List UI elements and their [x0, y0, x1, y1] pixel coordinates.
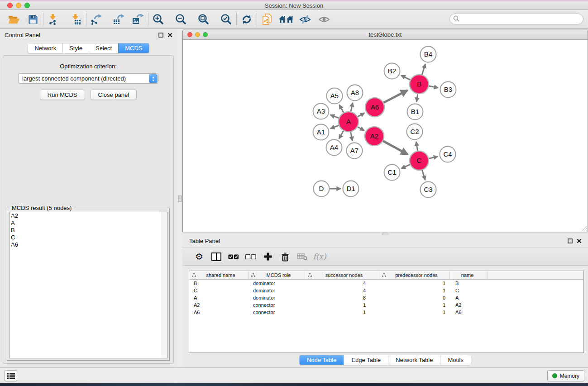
- vertical-splitter-handle[interactable]: [178, 195, 182, 202]
- tab-network[interactable]: Network: [28, 43, 62, 53]
- result-list-item[interactable]: A: [10, 219, 167, 227]
- edge-A-A1[interactable]: [330, 125, 339, 129]
- tab-select[interactable]: Select: [89, 43, 118, 53]
- criterion-dropdown[interactable]: largest connected component (directed) ▲…: [18, 73, 158, 84]
- run-mcds-button[interactable]: Run MCDS: [40, 90, 85, 100]
- edge-B-B4[interactable]: [422, 64, 425, 75]
- node-A5[interactable]: A5: [327, 88, 343, 104]
- edge-C-C3[interactable]: [422, 170, 425, 180]
- float-table-panel-icon[interactable]: [568, 238, 573, 243]
- select-all-columns-icon[interactable]: [227, 250, 240, 263]
- node-A[interactable]: A: [339, 112, 359, 132]
- tab-mcds[interactable]: MCDS: [118, 43, 148, 53]
- edge-A-A4[interactable]: [339, 131, 344, 138]
- unselect-all-columns-icon[interactable]: [244, 250, 258, 263]
- import-table-icon[interactable]: [68, 12, 84, 27]
- result-list-item[interactable]: A2: [10, 212, 167, 219]
- node-C2[interactable]: C2: [407, 124, 423, 140]
- close-panel-button[interactable]: Close panel: [91, 90, 137, 100]
- result-list-item[interactable]: B: [10, 227, 167, 234]
- column-header-name[interactable]: name: [450, 271, 488, 279]
- edge-A-A5[interactable]: [339, 105, 344, 113]
- edge-C-C2[interactable]: [416, 142, 417, 151]
- table-row[interactable]: A2connector11A2: [189, 301, 583, 309]
- tab-motifs[interactable]: Motifs: [440, 355, 471, 365]
- result-list-scrollbar[interactable]: [162, 212, 167, 358]
- node-A7[interactable]: A7: [347, 143, 363, 159]
- table-settings-gear-icon[interactable]: ⚙: [192, 250, 206, 263]
- open-file-icon[interactable]: [6, 12, 22, 27]
- node-C[interactable]: C: [410, 151, 429, 170]
- zoom-in-icon[interactable]: [151, 12, 166, 27]
- close-table-panel-icon[interactable]: [577, 238, 582, 243]
- node-B1[interactable]: B1: [407, 104, 423, 120]
- window-resize-grip[interactable]: [581, 225, 587, 231]
- node-B4[interactable]: B4: [421, 47, 436, 62]
- column-header-MCDS-role[interactable]: MCDS role: [249, 271, 305, 279]
- node-A4[interactable]: A4: [326, 140, 342, 156]
- edge-A6-B[interactable]: [384, 90, 408, 102]
- result-list-item[interactable]: C: [10, 234, 167, 241]
- refresh-icon[interactable]: [239, 12, 254, 27]
- eye-slash-icon[interactable]: [297, 12, 313, 27]
- table-row[interactable]: Cdominator41C: [189, 287, 583, 294]
- zoom-selected-icon[interactable]: [219, 12, 234, 27]
- column-header-shared-name[interactable]: shared name: [189, 271, 249, 279]
- search-input[interactable]: [449, 14, 583, 24]
- node-B2[interactable]: B2: [384, 63, 400, 79]
- node-A8[interactable]: A8: [347, 85, 363, 101]
- node-B[interactable]: B: [410, 75, 429, 94]
- import-network-icon[interactable]: [46, 12, 61, 27]
- table-row[interactable]: A6connector11A6: [189, 309, 583, 316]
- node-A3[interactable]: A3: [313, 104, 329, 119]
- table-row[interactable]: Adominator80A: [189, 294, 583, 301]
- task-history-button[interactable]: [5, 370, 17, 381]
- search-field[interactable]: [449, 14, 583, 24]
- column-header-predecessor-nodes[interactable]: predecessor nodes: [379, 271, 450, 279]
- network-document-icon[interactable]: [259, 12, 275, 27]
- edge-B-B1[interactable]: [416, 94, 418, 102]
- mcds-result-list[interactable]: A2ABCA6: [9, 212, 167, 358]
- houses-icon[interactable]: [278, 12, 294, 27]
- node-C3[interactable]: C3: [421, 182, 436, 198]
- result-list-item[interactable]: A6: [10, 241, 167, 248]
- column-header-successor-nodes[interactable]: successor nodes: [305, 271, 379, 279]
- network-canvas[interactable]: AA6A2BCA1A3A4A5A7A8B1B2B3B4C1C2C3C4DD1: [183, 40, 588, 232]
- edge-A-A3[interactable]: [330, 115, 339, 118]
- network-window-titlebar[interactable]: testGlobe.txt: [183, 29, 588, 40]
- float-panel-icon[interactable]: [158, 33, 163, 38]
- show-columns-icon[interactable]: [210, 250, 223, 263]
- node-D1[interactable]: D1: [343, 181, 359, 197]
- edge-C-C1[interactable]: [402, 165, 410, 168]
- node-C1[interactable]: C1: [384, 165, 400, 181]
- save-session-icon[interactable]: [25, 12, 41, 27]
- node-table[interactable]: shared nameMCDS rolesuccessor nodesprede…: [189, 271, 584, 353]
- memory-button[interactable]: Memory: [547, 370, 584, 381]
- node-B3[interactable]: B3: [440, 82, 456, 98]
- edge-A2-C[interactable]: [383, 141, 407, 155]
- delete-column-trash-icon[interactable]: [278, 250, 292, 263]
- export-image-icon[interactable]: [130, 12, 146, 27]
- tab-node-table[interactable]: Node Table: [300, 355, 344, 365]
- edge-B-B3[interactable]: [429, 86, 438, 88]
- eye-icon[interactable]: [316, 12, 332, 27]
- zoom-out-icon[interactable]: [173, 12, 189, 27]
- table-row[interactable]: Bdominator41B: [189, 280, 583, 287]
- node-C4[interactable]: C4: [440, 147, 456, 162]
- node-A1[interactable]: A1: [313, 124, 329, 140]
- node-A2[interactable]: A2: [365, 127, 384, 146]
- edge-A-A7[interactable]: [351, 132, 353, 141]
- node-A6[interactable]: A6: [365, 98, 384, 117]
- edge-A-A8[interactable]: [351, 103, 353, 112]
- export-network-icon[interactable]: [89, 12, 104, 27]
- tab-edge-table[interactable]: Edge Table: [344, 355, 388, 365]
- create-column-icon[interactable]: [261, 250, 275, 263]
- tab-network-table[interactable]: Network Table: [388, 355, 440, 365]
- edge-A-A2[interactable]: [358, 127, 364, 130]
- close-panel-icon[interactable]: [167, 33, 172, 38]
- edge-C-C4[interactable]: [429, 157, 438, 158]
- edge-A-A6[interactable]: [358, 113, 364, 117]
- export-table-icon[interactable]: [111, 12, 127, 27]
- zoom-fit-icon[interactable]: [196, 12, 211, 27]
- tab-style[interactable]: Style: [62, 43, 89, 53]
